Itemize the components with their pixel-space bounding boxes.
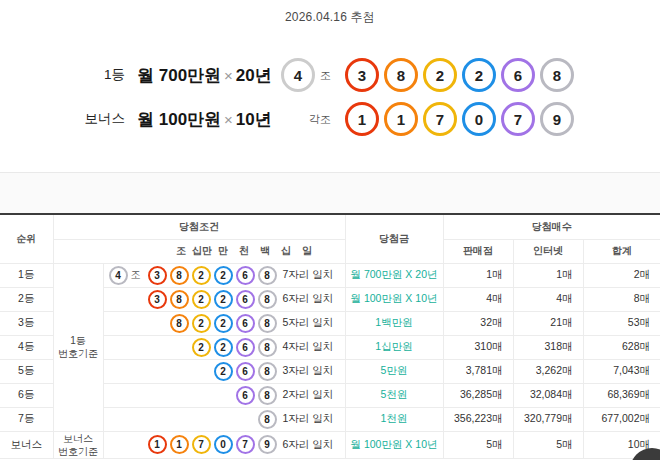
prize-results-table: 순위 당첨조건 당첨금 당첨매수 조십만만천백십일 판매점 인터넷 합계 1등1… [0, 213, 660, 459]
bonus-number-basis-cell: 보너스번호기준 [53, 431, 103, 458]
store-count-cell: 4매 [443, 287, 513, 311]
number-ball: 2 [192, 266, 211, 285]
bonus-prize-amount-main: 월 100만원 [137, 110, 221, 129]
number-ball: 8 [170, 290, 189, 309]
number-ball: 8 [540, 58, 574, 92]
prize-amount-cell: 1십만원 [345, 335, 443, 359]
number-ball: 2 [462, 58, 496, 92]
number-ball: 6 [236, 386, 255, 405]
col-header-internet: 인터넷 [513, 239, 583, 263]
group-number-ball: 4 [281, 58, 315, 92]
number-ball: 6 [236, 338, 255, 357]
number-ball: 7 [236, 435, 255, 454]
number-ball: 9 [258, 435, 277, 454]
internet-count-cell: 5매 [513, 431, 583, 458]
match-digits-label: 6자리 일치 [283, 438, 339, 452]
winning-condition-cell: 4조3822687자리 일치 [103, 263, 345, 287]
match-digits-label: 3자리 일치 [283, 364, 339, 378]
rank-cell: 1등 [0, 263, 53, 287]
col-header-store: 판매점 [443, 239, 513, 263]
internet-count-cell: 320,779매 [513, 407, 583, 431]
table-row: 보너스보너스번호기준1170796자리 일치월 100만원 X 10년5매5매1… [0, 431, 660, 458]
store-count-cell: 3,781매 [443, 359, 513, 383]
number-ball: 7 [192, 435, 211, 454]
rank-cell: 4등 [0, 335, 53, 359]
group-label: 조 [131, 268, 141, 282]
store-count-cell: 32매 [443, 311, 513, 335]
number-ball: 8 [258, 266, 277, 285]
number-ball: 6 [236, 362, 255, 381]
number-ball: 7 [423, 102, 457, 136]
winning-condition-cell: 1170796자리 일치 [103, 431, 345, 458]
match-digits-label: 6자리 일치 [283, 292, 339, 306]
each-group-label: 각조 [309, 112, 331, 127]
first-prize-amount: 월 700만원×20년 [137, 64, 272, 87]
section-divider-band [0, 172, 660, 213]
number-ball: 2 [214, 338, 233, 357]
number-ball: 3 [345, 58, 379, 92]
total-count-cell: 53매 [583, 311, 660, 335]
number-ball: 2 [423, 58, 457, 92]
match-digits-label: 1자리 일치 [283, 412, 339, 426]
draw-date: 2026.04.16 추첨 [0, 0, 660, 26]
winning-numbers-summary: 1등 월 700만원×20년 4 조 382268 보너스 월 100만원×10… [0, 53, 660, 141]
number-ball: 2 [214, 290, 233, 309]
rank-cell: 7등 [0, 407, 53, 431]
col-header-rank: 순위 [0, 214, 53, 263]
internet-count-cell: 4매 [513, 287, 583, 311]
number-ball: 8 [258, 314, 277, 333]
col-header-condition: 당첨조건 [53, 214, 345, 239]
total-count-cell: 2매 [583, 263, 660, 287]
rank-cell: 2등 [0, 287, 53, 311]
internet-count-cell: 1매 [513, 263, 583, 287]
digit-position-label: 조 [171, 244, 192, 258]
digit-position-label: 천 [234, 244, 255, 258]
number-ball: 4 [109, 266, 128, 285]
winning-condition-cell: 2683자리 일치 [103, 359, 345, 383]
number-ball: 9 [540, 102, 574, 136]
digit-position-header: 조십만만천백십일 [53, 239, 345, 263]
col-header-count: 당첨매수 [443, 214, 660, 239]
number-ball: 8 [170, 314, 189, 333]
internet-count-cell: 3,262매 [513, 359, 583, 383]
number-ball: 2 [192, 290, 211, 309]
number-ball: 6 [236, 290, 255, 309]
match-digits-label: 5자리 일치 [283, 316, 339, 330]
number-ball: 8 [258, 362, 277, 381]
total-count-cell: 7,043매 [583, 359, 660, 383]
number-ball: 1 [345, 102, 379, 136]
multiply-sign: × [224, 111, 233, 128]
number-ball: 8 [258, 290, 277, 309]
table-row: 1등1등번호기준4조3822687자리 일치월 700만원 X 20년1매1매2… [0, 263, 660, 287]
group-label: 조 [320, 68, 331, 83]
first-prize-ball-set: 382268 [345, 58, 574, 92]
store-count-cell: 310매 [443, 335, 513, 359]
number-ball: 1 [148, 435, 167, 454]
internet-count-cell: 21매 [513, 311, 583, 335]
first-prize-rank: 1등 [0, 66, 125, 84]
number-ball: 0 [462, 102, 496, 136]
store-count-cell: 1매 [443, 263, 513, 287]
col-header-total: 합계 [583, 239, 660, 263]
prize-amount-cell: 월 100만원 X 10년 [345, 431, 443, 458]
total-count-cell: 677,002매 [583, 407, 660, 431]
prize-amount-cell: 5만원 [345, 359, 443, 383]
first-prize-amount-period: 20년 [236, 66, 272, 85]
rank-cell: 보너스 [0, 431, 53, 458]
first-number-basis-cell: 1등번호기준 [53, 263, 103, 431]
match-digits-label: 7자리 일치 [283, 268, 339, 282]
internet-count-cell: 318매 [513, 335, 583, 359]
bonus-prize-amount-period: 10년 [236, 110, 272, 129]
number-ball: 2 [192, 314, 211, 333]
total-count-cell: 68,369매 [583, 383, 660, 407]
number-ball: 8 [258, 386, 277, 405]
winning-condition-cell: 3822686자리 일치 [103, 287, 345, 311]
digit-position-label: 십만 [192, 244, 213, 258]
number-ball: 3 [148, 290, 167, 309]
number-ball: 0 [214, 435, 233, 454]
prize-amount-cell: 5천원 [345, 383, 443, 407]
first-prize-row: 1등 월 700만원×20년 4 조 382268 [0, 53, 660, 97]
digit-position-label: 십 [276, 244, 297, 258]
store-count-cell: 5매 [443, 431, 513, 458]
total-count-cell: 8매 [583, 287, 660, 311]
